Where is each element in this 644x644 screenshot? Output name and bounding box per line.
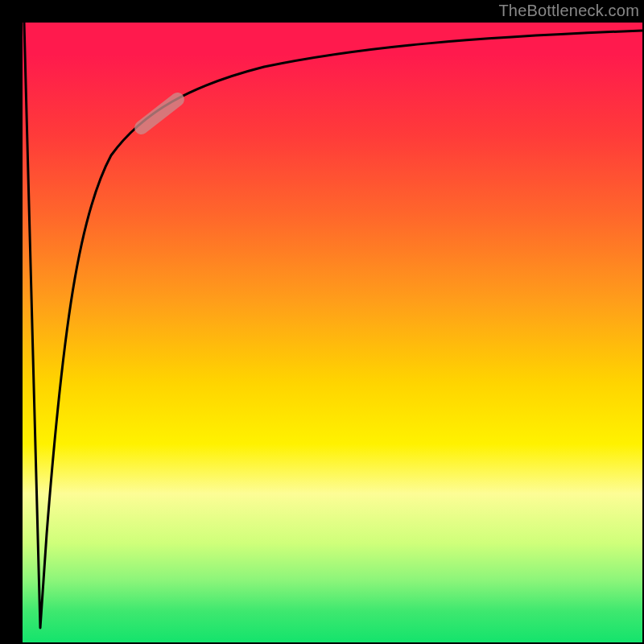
bottleneck-curve xyxy=(24,23,642,628)
plot-area xyxy=(23,23,642,642)
curve-layer xyxy=(23,23,642,642)
watermark-text: TheBottleneck.com xyxy=(498,2,639,20)
curve-highlight xyxy=(132,90,188,138)
chart-frame: TheBottleneck.com xyxy=(0,0,644,644)
